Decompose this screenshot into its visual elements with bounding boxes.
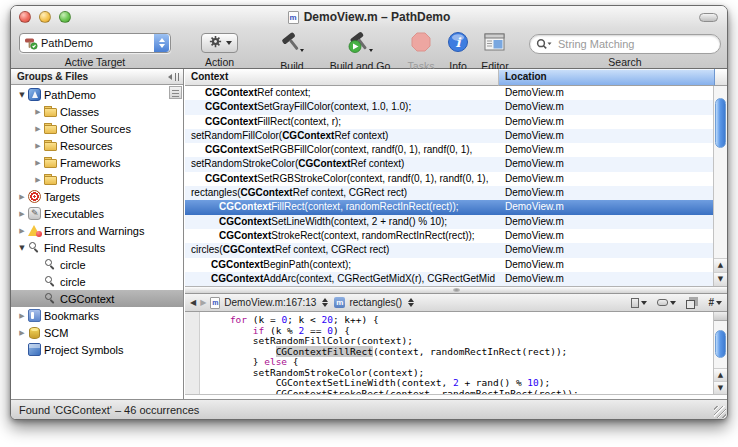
results-body: CGContextRef context;DemoView.mCGContext… — [185, 86, 715, 286]
result-row[interactable]: CGContextFillRect(context, r);DemoView.m — [185, 115, 715, 129]
toolbar: PathDemo Active Target Action Build — [11, 28, 727, 69]
sidebar-item-label: Project Symbols — [44, 344, 123, 356]
title-bar[interactable]: m DemoView.m – PathDemo — [11, 6, 727, 28]
result-row[interactable]: CGContextSetGrayFillColor(context, 1.0, … — [185, 100, 715, 114]
result-row[interactable]: circles(CGContextRef context, CGRect rec… — [185, 243, 715, 257]
disclosure-triangle-icon[interactable]: ▶ — [32, 142, 44, 150]
editor-split-widget[interactable] — [714, 312, 727, 321]
forward-button[interactable]: ▶ — [200, 298, 206, 307]
sidebar-item-errors-and-warnings[interactable]: ▶Errors and Warnings — [11, 222, 183, 239]
active-target-label: Active Target — [19, 56, 171, 68]
disclosure-triangle-icon[interactable]: ▶ — [16, 227, 28, 235]
result-row[interactable]: CGContextFillRect(context, randomRectInR… — [185, 200, 715, 214]
sidebar-item-cgcontext[interactable]: CGContext — [11, 290, 183, 307]
sidebar-item-find-results[interactable]: ▼Find Results — [11, 239, 183, 256]
disclosure-triangle-icon[interactable]: ▶ — [16, 210, 28, 218]
tasks-button: Tasks — [402, 31, 440, 72]
disclosure-triangle-icon[interactable]: ▶ — [32, 125, 44, 133]
sidebar-item-products[interactable]: ▶Products — [11, 171, 183, 188]
folder-icon — [44, 122, 57, 135]
breakpoints-menu-icon[interactable] — [657, 299, 676, 306]
results-scroll-arrows: ▲ ▼ — [714, 258, 727, 286]
disclosure-triangle-icon[interactable]: ▶ — [16, 312, 28, 320]
counterparts-icon[interactable] — [686, 297, 698, 309]
sidebar-item-targets[interactable]: ▶Targets — [11, 188, 183, 205]
disclosure-triangle-icon[interactable]: ▶ — [32, 108, 44, 116]
sidebar-item-classes[interactable]: ▶Classes — [11, 103, 183, 120]
code-lines: for (k = 0; k < 20; k++) { if (k % 2 == … — [207, 315, 711, 394]
result-row[interactable]: CGContextSetRGBFillColor(context, randf(… — [185, 143, 715, 157]
back-button[interactable]: ◀ — [190, 298, 196, 307]
sidebar-item-scm[interactable]: ▶SCM — [11, 324, 183, 341]
scroll-down-button[interactable]: ▼ — [714, 272, 727, 286]
column-splitter-icon[interactable] — [168, 72, 180, 82]
result-row[interactable]: CGContextStrokeRect(context, randomRectI… — [185, 229, 715, 243]
sidebar-header[interactable]: Groups & Files — [11, 69, 183, 85]
disclosure-triangle-icon[interactable]: ▼ — [16, 244, 28, 252]
disclosure-triangle-icon[interactable]: ▶ — [16, 193, 28, 201]
scroll-up-button[interactable]: ▲ — [714, 258, 727, 272]
disclosure-triangle-icon[interactable]: ▶ — [32, 176, 44, 184]
sidebar-item-bookmarks[interactable]: ▶Bookmarks — [11, 307, 183, 324]
editor-scroll-up-button[interactable]: ▲ — [714, 368, 727, 381]
result-location: DemoView.m — [499, 115, 715, 129]
action-dropdown-arrow-icon — [226, 41, 232, 45]
column-header-location[interactable]: Location — [499, 69, 715, 86]
symbol-stepper-icon[interactable] — [408, 298, 414, 307]
result-row[interactable]: CGContextSetLineWidth(context, 2 + rand(… — [185, 215, 715, 229]
disclosure-triangle-icon[interactable]: ▶ — [16, 329, 28, 337]
search-field[interactable] — [529, 34, 721, 54]
line-numbers-menu-icon[interactable] — [708, 297, 722, 308]
result-row[interactable]: setRandomStrokeColor(CGContextRef contex… — [185, 157, 715, 171]
info-button[interactable]: i Info — [442, 31, 474, 72]
sidebar-item-label: PathDemo — [44, 89, 96, 101]
result-row[interactable]: setRandomFillColor(CGContextRef context)… — [185, 129, 715, 143]
editor-scrollbar[interactable]: ▲ ▼ — [713, 312, 727, 394]
toolbar-toggle-button[interactable] — [699, 13, 718, 22]
result-location: DemoView.m — [499, 200, 715, 214]
resize-grip[interactable] — [714, 406, 726, 418]
sidebar-item-circle[interactable]: circle — [11, 256, 183, 273]
sidebar-item-other-sources[interactable]: ▶Other Sources — [11, 120, 183, 137]
folder-icon — [44, 173, 57, 186]
disclosure-triangle-icon[interactable]: ▶ — [32, 159, 44, 167]
search-icon[interactable] — [536, 38, 552, 51]
sidebar-item-frameworks[interactable]: ▶Frameworks — [11, 154, 183, 171]
editor-scroll-down-button[interactable]: ▼ — [714, 381, 727, 394]
editor[interactable]: for (k = 0; k < 20; k++) { if (k % 2 == … — [185, 312, 727, 394]
sidebar-item-pathdemo[interactable]: ▼PathDemo — [11, 86, 183, 103]
result-row[interactable]: rectangles(CGContextRef context, CGRect … — [185, 186, 715, 200]
editor-scrollbar-thumb[interactable] — [715, 330, 726, 358]
symbol-popup[interactable]: rectangles() — [349, 297, 402, 308]
minimize-button[interactable] — [39, 11, 51, 23]
file-stepper-icon[interactable] — [322, 298, 328, 307]
close-button[interactable] — [19, 11, 31, 23]
column-header-context[interactable]: Context — [185, 69, 499, 86]
editor-button[interactable]: Editor — [474, 31, 516, 72]
results-header: Context Location — [185, 69, 727, 86]
pane-splitter[interactable] — [185, 286, 727, 294]
sidebar-item-executables[interactable]: ▶Executables — [11, 205, 183, 222]
results-scrollbar[interactable]: ▲ ▼ — [713, 86, 727, 286]
result-row[interactable]: CGContextAddArc(context, CGRectGetMidX(r… — [185, 272, 715, 286]
action-button[interactable] — [201, 33, 238, 53]
build-and-go-button[interactable]: Build and Go — [322, 31, 398, 72]
result-context: CGContextSetGrayFillColor(context, 1.0, … — [185, 100, 499, 114]
disclosure-triangle-icon[interactable]: ▼ — [16, 91, 28, 99]
sidebar-item-project-symbols[interactable]: Project Symbols — [11, 341, 183, 358]
sidebar-item-circle[interactable]: circle — [11, 273, 183, 290]
result-context: CGContextFillRect(context, randomRectInR… — [185, 200, 499, 214]
zoom-button[interactable] — [59, 11, 71, 23]
build-button[interactable]: Build — [264, 31, 320, 72]
result-row[interactable]: CGContextSetRGBStrokeColor(context, rand… — [185, 172, 715, 186]
bookmarks-menu-icon[interactable] — [631, 298, 647, 308]
result-location: DemoView.m — [499, 86, 715, 100]
active-target-dropdown[interactable]: PathDemo — [19, 33, 171, 53]
results-scrollbar-thumb[interactable] — [715, 98, 726, 148]
search-input[interactable] — [556, 37, 712, 51]
result-row[interactable]: CGContextRef context;DemoView.m — [185, 86, 715, 100]
sidebar-item-resources[interactable]: ▶Resources — [11, 137, 183, 154]
tasks-stop-icon — [410, 31, 432, 55]
file-location-popup[interactable]: DemoView.m:167:13 — [224, 297, 316, 308]
result-row[interactable]: CGContextBeginPath(context);DemoView.m — [185, 258, 715, 272]
